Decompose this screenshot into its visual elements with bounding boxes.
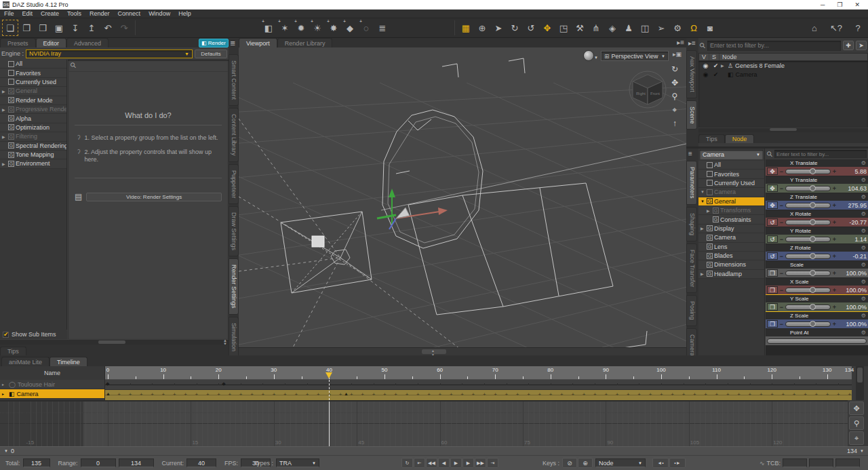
slider-handle[interactable] bbox=[810, 304, 816, 310]
parameter-value[interactable]: -20.77 bbox=[838, 219, 867, 226]
parameter-value[interactable]: 100.0% bbox=[838, 270, 867, 277]
help-icon[interactable]: ? bbox=[850, 20, 865, 35]
viewport-pane-menu-icon[interactable]: ▸≡ bbox=[677, 39, 684, 46]
slider-handle[interactable] bbox=[810, 287, 816, 293]
gear-icon[interactable]: ⚙ bbox=[861, 313, 866, 319]
parameter-value[interactable]: 275.95 bbox=[838, 202, 867, 209]
timeline-zoom-icon[interactable]: ⚲ bbox=[849, 416, 864, 430]
create-spotlight-icon[interactable]: ☀ bbox=[310, 20, 325, 35]
undo-icon[interactable]: ↶ bbox=[100, 20, 115, 35]
gear-icon[interactable]: ⚙ bbox=[861, 296, 866, 302]
menu-item[interactable]: Edit bbox=[22, 10, 33, 17]
home-view-icon[interactable]: ↑ bbox=[669, 118, 681, 129]
nudge-plus[interactable]: + bbox=[832, 287, 837, 294]
nudge-minus[interactable]: − bbox=[779, 270, 784, 277]
nudge-plus[interactable]: + bbox=[832, 185, 837, 192]
gear-icon[interactable]: ⚙ bbox=[861, 160, 866, 166]
current-field[interactable]: 40 bbox=[186, 458, 216, 467]
parameter-group-item[interactable]: ▼ G General bbox=[698, 197, 764, 206]
universal-tool-icon[interactable]: ✥ bbox=[540, 20, 555, 35]
menu-item[interactable]: Connect bbox=[118, 10, 141, 17]
parameters-dock-tab[interactable]: Face Transfer bbox=[686, 243, 697, 294]
nudge-minus[interactable]: − bbox=[779, 168, 784, 175]
go-to-start-button[interactable]: ⇤ bbox=[414, 458, 425, 468]
horizontal-scrollbar[interactable]: ▲ ▼ bbox=[0, 340, 229, 345]
lock-icon[interactable]: Ω bbox=[686, 20, 701, 35]
dock-tab[interactable]: Draw Settings bbox=[229, 206, 239, 256]
nudge-minus[interactable]: − bbox=[779, 236, 784, 243]
node-selection-icon[interactable]: ▦ bbox=[458, 20, 473, 35]
property-group-item[interactable]: G Spectral Rendering bbox=[0, 142, 66, 151]
property-group-item[interactable]: G Optimization bbox=[0, 123, 66, 132]
create-primitive-icon[interactable]: ◆ bbox=[342, 20, 357, 35]
selectable-icon[interactable]: ✔ bbox=[711, 71, 721, 78]
gear-icon[interactable]: ⚙ bbox=[861, 177, 866, 183]
pan-icon[interactable]: ✥ bbox=[669, 77, 681, 88]
parameter-group-item[interactable]: G Lens bbox=[698, 243, 764, 252]
nudge-plus[interactable]: + bbox=[832, 168, 837, 175]
menu-item[interactable]: Create bbox=[41, 10, 59, 17]
slider-track[interactable] bbox=[785, 305, 831, 310]
search-icon[interactable]: ⚲ bbox=[68, 60, 79, 71]
dock-tab[interactable]: Simulation bbox=[229, 317, 239, 357]
track-name-row[interactable]: ▸ ◧ Camera bbox=[0, 389, 104, 399]
expand-arrow-icon[interactable]: ▶ bbox=[721, 63, 726, 68]
nudge-plus[interactable]: + bbox=[832, 253, 837, 260]
parameter-value[interactable]: 100.0% bbox=[838, 287, 867, 294]
parameter-group-item[interactable]: ▶ G Transforms bbox=[698, 206, 764, 215]
parameter-value[interactable]: 1.14 bbox=[838, 236, 867, 243]
render-button[interactable]: ◧Render bbox=[199, 39, 229, 47]
go-to-end-button[interactable]: ⇥ bbox=[487, 458, 498, 468]
geometry-editor-icon[interactable]: ◈ bbox=[605, 20, 620, 35]
export-icon[interactable]: ↥ bbox=[84, 20, 99, 35]
timeline-tab[interactable]: Timeline bbox=[50, 357, 87, 366]
timeline-ruler[interactable]: 0102030405060708090100110120130134 bbox=[105, 366, 852, 380]
menu-item[interactable]: Window bbox=[149, 10, 170, 17]
render-settings-tab[interactable]: Editor bbox=[36, 38, 67, 47]
pointer-tool-icon[interactable]: ➤ bbox=[491, 20, 506, 35]
parameters-node-selector[interactable]: Camera ▼ bbox=[700, 150, 763, 159]
parameter-value[interactable]: 100.0% bbox=[838, 321, 867, 328]
scene-list-icon[interactable]: ≣ bbox=[375, 20, 390, 35]
scene-node-row[interactable]: ◉ ✔ ▶ ♙ Genesis 8 Female bbox=[698, 61, 868, 70]
parameter-group-item[interactable]: G Blades bbox=[698, 252, 764, 260]
parameter-group-item[interactable]: ▶ G Display bbox=[698, 224, 764, 233]
range-end-field[interactable]: 134 bbox=[119, 458, 154, 467]
rotate-tool-icon[interactable]: ↻ bbox=[507, 20, 522, 35]
parameter-group-item[interactable]: All bbox=[698, 161, 764, 170]
range-start-field[interactable]: 0 bbox=[81, 458, 116, 467]
gear-icon[interactable]: ⚙ bbox=[861, 262, 866, 268]
parameter-group-item[interactable]: Favorites bbox=[698, 170, 764, 178]
viewport-tab[interactable]: Viewport bbox=[239, 38, 277, 47]
menu-item[interactable]: Render bbox=[90, 10, 110, 17]
parameter-value[interactable]: -0.21 bbox=[838, 253, 867, 260]
nudge-minus[interactable]: − bbox=[779, 287, 784, 294]
redo-icon[interactable]: ↷ bbox=[117, 20, 132, 35]
create-point-light-icon[interactable]: ✹ bbox=[294, 20, 309, 35]
play-button[interactable]: ▶ bbox=[450, 458, 462, 468]
scale-tool-icon[interactable]: ◳ bbox=[556, 20, 571, 35]
nudge-minus[interactable]: − bbox=[779, 219, 784, 226]
timeline-tab[interactable]: aniMate Lite bbox=[1, 357, 50, 366]
menu-item[interactable]: File bbox=[4, 10, 14, 17]
gear-icon[interactable]: ⚙ bbox=[861, 228, 866, 234]
property-group-item[interactable]: Favorites bbox=[0, 68, 66, 77]
parameters-pane-menu-icon[interactable]: ≡ bbox=[688, 150, 692, 157]
timeline-graph[interactable]: -15153045607590105120 bbox=[0, 400, 848, 446]
property-group-item[interactable]: G Tone Mapping bbox=[0, 151, 66, 159]
surface-gear-icon[interactable]: ⚙ bbox=[670, 20, 685, 35]
slider-handle[interactable] bbox=[810, 321, 816, 327]
viewport-canvas[interactable]: ▼ ⊞ Perspective View ▼ ▸▣ Right Front ↻✥… bbox=[239, 47, 686, 347]
tips-tab[interactable]: Tips bbox=[0, 347, 26, 355]
scene-filter-input[interactable]: Enter text to filter by... bbox=[707, 41, 841, 51]
slider-track[interactable] bbox=[785, 220, 831, 225]
whats-this-icon[interactable]: ↖? bbox=[829, 20, 844, 35]
video-render-settings-button[interactable]: Video: Render Settings bbox=[86, 193, 222, 201]
view-options-icon[interactable]: ▸▣ bbox=[673, 51, 682, 58]
property-group-item[interactable]: ▶ G Progressive Rendering bbox=[0, 105, 66, 114]
gear-icon[interactable]: ⚙ bbox=[861, 279, 866, 285]
keyframe-track[interactable]: ◆◆ bbox=[105, 380, 852, 390]
step-forward-button[interactable]: ▶ bbox=[462, 458, 474, 468]
parameters-dock-tab[interactable]: Posing bbox=[686, 295, 697, 326]
nudge-minus[interactable]: − bbox=[779, 321, 784, 328]
